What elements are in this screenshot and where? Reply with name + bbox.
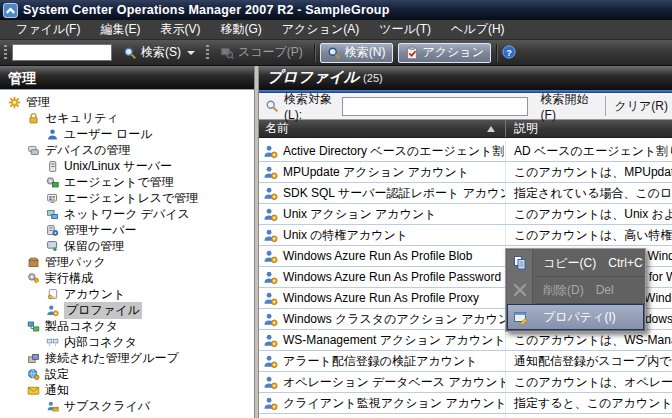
table-row[interactable]: Active Directory ベースのエージェント割り当...AD ベースの… — [259, 141, 672, 162]
scope-button[interactable]: スコープ(P) — [214, 43, 309, 63]
menu-item-5[interactable]: ツール(T) — [369, 19, 441, 40]
sidebar-item-11[interactable]: 実行構成 — [0, 270, 254, 286]
table-row[interactable]: データ ウェアハウス SQL サーバー認証アカウント指定されている場合、この — [259, 414, 672, 418]
sidebar-item-label: 管理パック — [45, 254, 106, 271]
sidebar-item-label: セキュリティ — [45, 110, 119, 127]
profile-description: 指定されている場合、このログイン — [505, 183, 672, 203]
scope-label: スコープ(P) — [238, 44, 303, 61]
sidebar-item-18[interactable]: 通知 — [0, 382, 254, 398]
sidebar-item-1[interactable]: セキュリティ — [0, 110, 254, 126]
sidebar-item-label: Unix/Linux サーバー — [64, 158, 172, 175]
runas-profile-icon — [263, 144, 278, 159]
agentless-icon — [46, 192, 59, 205]
profile-name: アラート配信登録の検証アカウント — [283, 353, 478, 370]
context-menu-item-0[interactable]: コピー(C)Ctrl+C — [507, 250, 644, 276]
notification-icon — [27, 384, 40, 397]
navigation-tree: 管理セキュリティユーザー ロールデバイスの管理Unix/Linux サーバーエー… — [0, 92, 254, 418]
sidebar-item-9[interactable]: 保留の管理 — [0, 238, 254, 254]
pending-icon — [46, 240, 59, 253]
sidebar-item-label: ネットワーク デバイス — [64, 206, 190, 223]
properties-icon — [513, 310, 529, 326]
copy-icon — [512, 255, 528, 271]
look-for-input[interactable] — [342, 97, 527, 116]
sidebar-item-label: 実行構成 — [45, 270, 93, 287]
scope-icon — [220, 46, 234, 60]
sidebar-item-label: 接続された管理グループ — [45, 350, 179, 367]
sidebar-item-label: ユーザー ロール — [64, 126, 152, 143]
menu-item-1[interactable]: 編集(E) — [90, 19, 150, 40]
sidebar-item-3[interactable]: デバイスの管理 — [0, 142, 254, 158]
panel-header: プロファイル(25) — [259, 66, 672, 90]
toolbar-grip2[interactable] — [206, 45, 209, 61]
search-n-button[interactable]: 検索(N) — [320, 43, 393, 63]
table-row[interactable]: オペレーション データベース アカウントこのアカウントは、オペレーション デ — [259, 372, 672, 393]
sidebar-item-0[interactable]: 管理 — [0, 94, 254, 110]
app-window: System Center Operations Manager 2007 R2… — [0, 0, 672, 418]
context-menu-item-2[interactable]: プロパティ(I) — [507, 304, 644, 330]
sidebar-item-17[interactable]: 設定 — [0, 366, 254, 382]
context-menu-item-1[interactable]: 削除(D)Del — [507, 277, 644, 303]
menu-item-2[interactable]: 表示(V) — [150, 19, 210, 40]
sort-ascending-icon — [487, 126, 495, 132]
title-bar[interactable]: System Center Operations Manager 2007 R2… — [0, 0, 672, 20]
row-name-cell: SDK SQL サーバー認証レポート アカウント — [259, 185, 505, 202]
profile-name: オペレーション データベース アカウント — [283, 374, 505, 391]
sidebar-item-6[interactable]: エージェントレスで管理 — [0, 190, 254, 206]
sidebar-item-19[interactable]: サブスクライバ — [0, 398, 254, 414]
delete-icon — [512, 282, 528, 298]
menu-item-0[interactable]: ファイル(F) — [6, 19, 90, 40]
table-row[interactable]: Unix の特権アカウントこのアカウントは、高い特権が必要 — [259, 225, 672, 246]
sidebar-item-10[interactable]: 管理パック — [0, 254, 254, 270]
sidebar-item-label: エージェントで管理 — [64, 174, 174, 191]
group-icon — [27, 352, 40, 365]
row-name-cell: クライアント監視アクション アカウント — [259, 395, 505, 412]
search-s-button[interactable]: 検索(S) — [117, 43, 201, 63]
table-row[interactable]: SDK SQL サーバー認証レポート アカウント指定されている場合、このログイン — [259, 183, 672, 204]
sidebar-item-7[interactable]: ネットワーク デバイス — [0, 206, 254, 222]
menu-item-6[interactable]: ヘルプ(H) — [441, 19, 515, 40]
menu-item-4[interactable]: アクション(A) — [272, 19, 369, 40]
context-menu-item-shortcut: Del — [596, 283, 614, 297]
network-icon — [46, 208, 59, 221]
table-row[interactable]: MPUpdate アクション アカウントこのアカウントは、MPUpdate 通知… — [259, 162, 672, 183]
profile-description: このアカウントは、高い特権が必要 — [505, 225, 672, 245]
sidebar-item-12[interactable]: アカウント — [0, 286, 254, 302]
panel-count: (25) — [363, 72, 383, 84]
menu-item-3[interactable]: 移動(G) — [210, 19, 271, 40]
actions-button[interactable]: アクション — [398, 43, 491, 63]
search-input[interactable] — [12, 44, 112, 61]
sidebar-item-13[interactable]: プロファイル — [0, 302, 254, 318]
row-name-cell: オペレーション データベース アカウント — [259, 374, 505, 391]
search-bar: 検索対象(L): 検索開始(F) クリア(R) — [259, 93, 672, 120]
sidebar-item-14[interactable]: 製品コネクタ — [0, 318, 254, 334]
find-now-button[interactable]: 検索開始(F) — [533, 88, 600, 125]
svg-text:?: ? — [506, 47, 512, 57]
table-row[interactable]: クライアント監視アクション アカウント指定すると、このアカウントは既定 — [259, 393, 672, 414]
mgmt-server-icon — [46, 224, 59, 237]
toolbar-grip[interactable] — [4, 45, 7, 61]
runas-icon — [27, 272, 40, 285]
row-name-cell: Unix の特権アカウント — [259, 227, 505, 244]
sidebar-item-4[interactable]: Unix/Linux サーバー — [0, 158, 254, 174]
sidebar-item-label: サブスクライバ — [64, 398, 150, 415]
context-menu-item-label: プロパティ(I) — [543, 309, 616, 326]
content-panel: プロファイル(25) 検索対象(L): 検索開始(F) クリア(R) 名前 説明… — [259, 66, 672, 418]
connector-icon — [27, 320, 40, 333]
column-header-name[interactable]: 名前 — [259, 120, 505, 137]
sidebar-item-15[interactable]: 内部コネクタ — [0, 334, 254, 350]
sidebar-item-label: 内部コネクタ — [64, 334, 137, 351]
sidebar-item-8[interactable]: 管理サーバー — [0, 222, 254, 238]
sidebar-item-5[interactable]: エージェントで管理 — [0, 174, 254, 190]
table-row[interactable]: WS-Management アクション アカウントこのアカウントは、WS-Man… — [259, 330, 672, 351]
internal-connector-icon — [46, 336, 59, 349]
help-button[interactable]: ? — [502, 45, 518, 61]
runas-profile-icon — [263, 375, 278, 390]
magnifier-icon — [327, 46, 341, 60]
sidebar-item-2[interactable]: ユーザー ロール — [0, 126, 254, 142]
context-menu: コピー(C)Ctrl+C削除(D)Delプロパティ(I) — [505, 248, 646, 332]
sidebar-item-16[interactable]: 接続された管理グループ — [0, 350, 254, 366]
table-row[interactable]: Unix アクション アカウントこのアカウントは、Unix および Linux — [259, 204, 672, 225]
clear-button[interactable]: クリア(R) — [610, 95, 672, 118]
profile-description: AD ベースのエージェント割り当てモジ — [505, 141, 672, 161]
table-row[interactable]: アラート配信登録の検証アカウント通知配信登録がスコープ内であるこ — [259, 351, 672, 372]
